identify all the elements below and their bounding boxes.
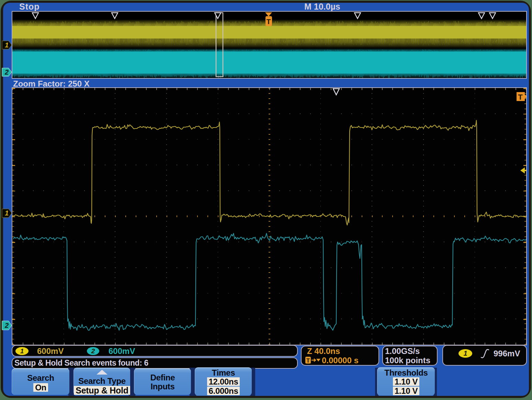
svg-text:T: T <box>306 357 310 364</box>
svg-text:1: 1 <box>5 209 9 217</box>
svg-text:2: 2 <box>4 322 9 329</box>
svg-text:1: 1 <box>5 41 9 49</box>
svg-text:2: 2 <box>4 68 9 76</box>
svg-text:T: T <box>518 93 523 101</box>
svg-text:T: T <box>267 18 271 25</box>
